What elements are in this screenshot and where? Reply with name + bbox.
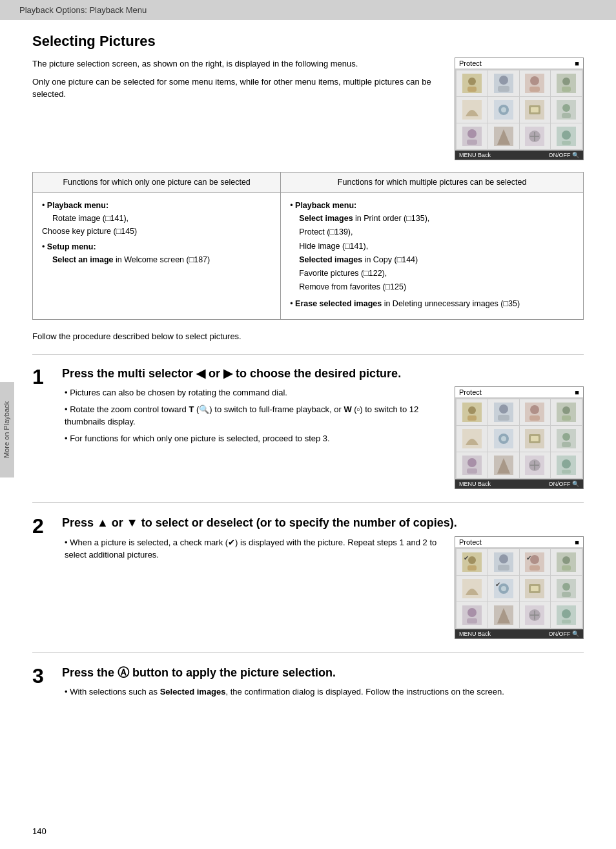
camera-cell [488, 70, 519, 96]
step1-bullet2: Rotate the zoom control toward T (🔍) to … [65, 403, 444, 428]
camera-footer-1: MENU Back ON/OFF 🔍 [455, 151, 583, 160]
table-col1-header: Functions for which only one picture can… [33, 173, 281, 193]
camera-grid-1 [455, 69, 583, 151]
svg-rect-75 [529, 565, 540, 571]
step1-bullet1: Pictures can also be chosen by rotating … [65, 386, 444, 399]
camera-screen-title-1: Protect ■ [455, 58, 583, 69]
camera-cell [457, 70, 488, 96]
svg-rect-65 [562, 470, 571, 474]
header-title: Playback Options: Playback Menu [19, 5, 147, 15]
intro-para1: The picture selection screen, as shown o… [32, 58, 442, 70]
step-text-1: Pictures can also be chosen by rotating … [62, 386, 444, 448]
svg-point-56 [467, 458, 477, 467]
svg-point-71 [499, 554, 508, 563]
svg-point-15 [501, 107, 506, 112]
svg-rect-35 [467, 415, 477, 421]
svg-rect-21 [562, 113, 571, 118]
camera-cell [520, 97, 551, 123]
svg-rect-2 [467, 87, 477, 92]
svg-point-7 [530, 76, 539, 85]
step-body-3: With selections such as Selected images,… [62, 686, 584, 702]
step-1: 1 Press the multi selector ◀ or ▶ to cho… [32, 366, 584, 503]
selection-table: Functions for which only one picture can… [32, 172, 584, 320]
svg-point-40 [530, 405, 539, 414]
step-content-1: Press the multi selector ◀ or ▶ to choos… [62, 366, 584, 489]
svg-text:✔: ✔ [526, 554, 531, 561]
svg-text:✔: ✔ [464, 554, 469, 561]
col1-title2: Setup menu: [47, 242, 96, 251]
table-col2-body: Playback menu: Select images in Print or… [281, 193, 584, 320]
follow-text: Follow the procedure described below to … [32, 330, 584, 343]
intro-para2: Only one picture can be selected for som… [32, 76, 442, 101]
svg-point-31 [562, 131, 571, 140]
svg-point-100 [562, 609, 571, 618]
camera-cell [488, 97, 519, 123]
intro-section: The picture selection screen, as shown o… [32, 58, 584, 160]
svg-rect-32 [562, 141, 571, 145]
svg-rect-51 [531, 436, 539, 441]
camera-cell [520, 70, 551, 96]
svg-rect-8 [529, 87, 540, 92]
intro-text: The picture selection screen, as shown o… [32, 58, 442, 106]
table-col2-header: Functions for which multiple pictures ca… [281, 173, 584, 193]
camera-cell [551, 97, 582, 123]
col1-title1: Playback menu: [47, 201, 108, 210]
step-title-1: Press the multi selector ◀ or ▶ to choos… [62, 366, 584, 381]
camera-screen-1: Protect ■ MENU Back ON/OFF 🔍 [455, 58, 584, 160]
svg-rect-68 [467, 565, 477, 571]
step-number-3: 3 [32, 666, 52, 686]
step-content-2: Press ▲ or ▼ to select or deselect (or t… [62, 516, 584, 638]
table-col1-body: Playback menu: Rotate image (□141),Choos… [33, 193, 281, 320]
sidebar-tab: More on Playback [0, 382, 14, 477]
step1-bullet3: For functions for which only one picture… [65, 432, 444, 445]
svg-rect-5 [498, 86, 509, 92]
step-body-2: When a picture is selected, a check mark… [62, 536, 584, 639]
step-title-2: Press ▲ or ▼ to select or deselect (or t… [62, 516, 584, 530]
camera-cell [551, 70, 582, 96]
svg-rect-41 [529, 415, 540, 421]
svg-point-48 [501, 436, 506, 441]
camera-screen-3: Protect ■ ✔ ✔ ✔ [455, 536, 584, 639]
svg-point-92 [467, 608, 477, 617]
page-number: 140 [32, 826, 46, 836]
step-3: 3 Press the Ⓐ button to apply the pictur… [32, 666, 584, 715]
svg-point-89 [562, 583, 570, 591]
camera-cell [457, 123, 488, 149]
svg-rect-44 [562, 415, 571, 421]
camera-grid-3: ✔ ✔ ✔ [455, 548, 583, 629]
step2-bullet1: When a picture is selected, a check mark… [65, 536, 444, 561]
camera-cell [488, 123, 519, 149]
step-body-1: Pictures can also be chosen by rotating … [62, 386, 584, 489]
step-number-2: 2 [32, 516, 52, 536]
svg-rect-24 [467, 140, 477, 145]
page-title: Selecting Pictures [32, 33, 584, 50]
main-content: Selecting Pictures The picture selection… [0, 20, 616, 748]
svg-rect-79 [562, 565, 571, 571]
step-number-1: 1 [32, 366, 52, 387]
camera-screen-2: Protect ■ [455, 386, 584, 489]
svg-rect-54 [562, 442, 571, 447]
camera-cell [457, 97, 488, 123]
svg-point-64 [562, 459, 571, 468]
svg-point-83 [501, 586, 506, 591]
svg-point-74 [530, 555, 539, 564]
svg-rect-90 [562, 592, 571, 597]
svg-rect-93 [467, 618, 477, 624]
step-text-3: With selections such as Selected images,… [62, 686, 584, 702]
svg-rect-38 [498, 415, 509, 421]
camera-cell [520, 123, 551, 149]
svg-rect-87 [531, 586, 539, 591]
svg-rect-101 [562, 620, 571, 624]
camera-grid-2 [455, 398, 583, 479]
svg-point-4 [499, 76, 508, 85]
svg-point-78 [562, 556, 570, 564]
svg-point-23 [467, 129, 477, 138]
step3-bullet1: With selections such as Selected images,… [65, 686, 584, 698]
page-header: Playback Options: Playback Menu [0, 0, 616, 20]
svg-rect-57 [467, 468, 477, 474]
step-title-3: Press the Ⓐ button to apply the picture … [62, 666, 584, 680]
svg-point-37 [499, 404, 508, 414]
svg-point-67 [468, 556, 476, 564]
step-text-2: When a picture is selected, a check mark… [62, 536, 444, 565]
svg-point-10 [562, 78, 570, 85]
